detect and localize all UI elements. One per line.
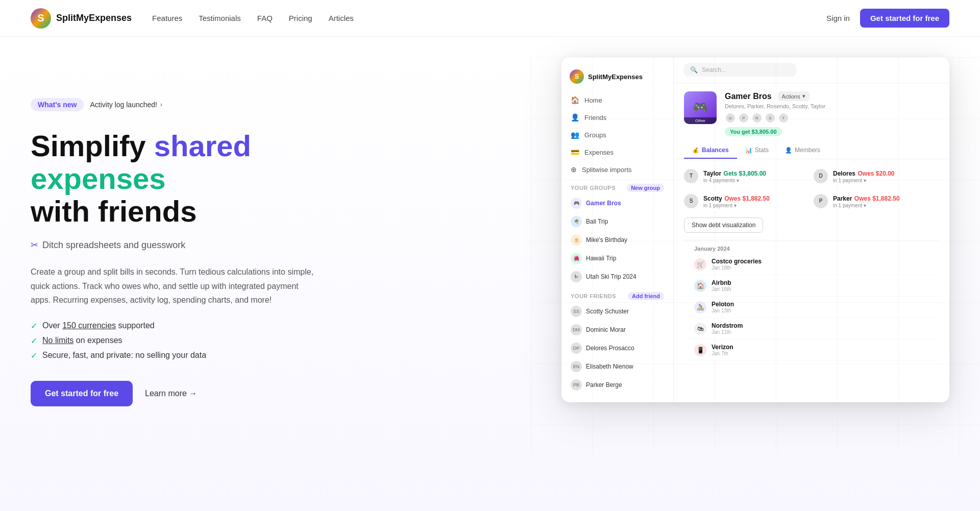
group-avatar-bali: 🌴 <box>571 216 582 227</box>
expense-icon-verizon: 📱 <box>694 344 706 356</box>
member-avatar-1: D <box>725 112 736 124</box>
expense-icon-airbnb: 🏠 <box>694 280 706 292</box>
activity-log-link[interactable]: Activity log launched! › <box>90 101 162 109</box>
signin-link[interactable]: Sign in <box>826 14 850 22</box>
logo-icon: S <box>31 8 51 29</box>
expense-item-nordstrom[interactable]: 🛍 Nordstrom Jan 11th <box>684 318 939 339</box>
logo: S SplitMyExpenses <box>31 8 132 29</box>
search-box[interactable]: 🔍 Search... <box>684 63 796 77</box>
show-debt-visualization-button[interactable]: Show debt visualization <box>684 217 763 233</box>
groups-section-label: Your groups New group <box>561 178 673 194</box>
you-get-badge: You get $3,805.00 <box>725 127 782 136</box>
hero-cta-button[interactable]: Get started for free <box>31 381 133 406</box>
actions-button[interactable]: Actions ▾ <box>778 91 810 101</box>
nav-features[interactable]: Features <box>152 14 182 22</box>
sidebar-item-expenses[interactable]: 💳 Expenses <box>566 144 669 160</box>
balance-info-delores: Delores Owes $20.00 in 1 payment ▾ <box>833 168 939 183</box>
nav-testimonials[interactable]: Testimonials <box>199 14 241 22</box>
search-icon: 🔍 <box>690 66 698 74</box>
logo-text: SplitMyExpenses <box>56 13 132 23</box>
navbar-cta-button[interactable]: Get started for free <box>860 9 949 28</box>
expense-item-costco[interactable]: 🛒 Costco groceries Jan 18th <box>684 254 939 275</box>
learn-more-link[interactable]: Learn more → <box>145 389 197 398</box>
balance-card-scotty: S Scotty Owes $1,882.50 in 1 payment ▾ <box>684 190 810 211</box>
balance-card-parker: P Parker Owes $1,882.50 in 1 payment ▾ <box>814 190 939 211</box>
expense-item-verizon[interactable]: 📱 Verizon Jan 7th <box>684 339 939 361</box>
balance-card-taylor: T Taylor Gets $3,805.00 in 4 payments ▾ <box>684 165 810 186</box>
sidebar-item-groups[interactable]: 👥 Groups <box>566 127 669 143</box>
sidebar-group-bali[interactable]: 🌴 Bali Trip <box>561 212 673 231</box>
expense-info-costco: Costco groceries Jan 18th <box>712 258 929 271</box>
balance-avatar-taylor: T <box>684 169 698 183</box>
member-avatars: D P R S T <box>725 112 939 124</box>
currencies-link[interactable]: 150 currencies <box>62 321 116 330</box>
month-label: January 2024 <box>684 240 939 254</box>
whats-new-row: What's new Activity log launched! › <box>31 98 378 111</box>
expenses-section: January 2024 🛒 Costco groceries Jan 18th… <box>684 240 939 361</box>
feature-currencies: ✓ Over 150 currencies supported <box>31 321 378 331</box>
sidebar-group-birthday[interactable]: 🎂 Mike's Birthday <box>561 231 673 249</box>
sidebar-group-hawaii[interactable]: 🌺 Hawaii Trip <box>561 249 673 267</box>
sidebar-friend-elisabeth[interactable]: EN Elisabeth Nienow <box>561 357 673 376</box>
check-icon-3: ✓ <box>31 351 37 360</box>
sidebar-friend-scotty[interactable]: SS Scotty Schuster <box>561 302 673 321</box>
no-limits-link[interactable]: No limits <box>42 336 74 345</box>
group-info-row: 🎮 Other Gamer Bros Actions ▾ <box>684 91 939 136</box>
member-avatar-3: R <box>751 112 763 124</box>
groups-icon: 👥 <box>571 131 579 139</box>
hero-section: What's new Activity log launched! › Simp… <box>0 37 980 511</box>
group-avatar-hawaii: 🌺 <box>571 253 582 264</box>
expense-item-peloton[interactable]: 🚴 Peloton Jan 13th <box>684 297 939 318</box>
home-icon: 🏠 <box>571 96 579 104</box>
friend-avatar-delores: DP <box>571 343 582 354</box>
other-label: Other <box>684 117 717 124</box>
expense-item-airbnb[interactable]: 🏠 Airbnb Jan 16th <box>684 275 939 297</box>
nav-faq[interactable]: FAQ <box>257 14 273 22</box>
add-friend-button[interactable]: Add friend <box>628 292 664 300</box>
cta-row: Get started for free Learn more → <box>31 381 378 406</box>
group-name-row: Gamer Bros Actions ▾ <box>725 91 939 101</box>
nav-pricing[interactable]: Pricing <box>289 14 312 22</box>
navbar-left: S SplitMyExpenses Features Testimonials … <box>31 8 354 29</box>
group-name: Gamer Bros <box>725 92 772 101</box>
group-avatar-birthday: 🎂 <box>571 234 582 246</box>
group-tabs: 💰 Balances 📊 Stats 👤 Members <box>684 142 939 159</box>
sidebar-logo-icon: S <box>570 69 584 84</box>
sidebar-item-splitwise[interactable]: ⊕ Splitwise imports <box>566 161 669 178</box>
expense-info-peloton: Peloton Jan 13th <box>712 301 929 313</box>
feature-limits: ✓ No limits on expenses <box>31 336 378 346</box>
expense-icon-peloton: 🚴 <box>694 301 706 313</box>
friend-avatar-elisabeth: EN <box>571 361 582 372</box>
sidebar-friend-parker[interactable]: PB Parker Berge <box>561 376 673 394</box>
hero-left: What's new Activity log launched! › Simp… <box>31 67 378 406</box>
balances-grid: T Taylor Gets $3,805.00 in 4 payments ▾ <box>684 165 939 211</box>
headline-expenses: expenses <box>31 162 165 195</box>
balance-info-scotty: Scotty Owes $1,882.50 in 1 payment ▾ <box>703 193 810 208</box>
balance-info-taylor: Taylor Gets $3,805.00 in 4 payments ▾ <box>703 168 810 183</box>
group-header: 🎮 Other Gamer Bros Actions ▾ <box>674 83 949 159</box>
sidebar-friend-dominic[interactable]: DM Dominic Morar <box>561 321 673 339</box>
chevron-right-icon: › <box>160 101 162 108</box>
group-avatar-gamer-bros: 🎮 <box>571 198 582 209</box>
sidebar-item-home[interactable]: 🏠 Home <box>566 92 669 108</box>
tab-stats[interactable]: 📊 Stats <box>737 142 777 159</box>
balances-icon: 💰 <box>692 147 699 154</box>
new-group-button[interactable]: New group <box>627 184 664 192</box>
friends-icon: 👤 <box>571 113 579 121</box>
sidebar-group-gamer-bros[interactable]: 🎮 Gamer Bros <box>561 194 673 212</box>
tab-members[interactable]: 👤 Members <box>777 142 828 159</box>
app-sidebar: S SplitMyExpenses 🏠 Home 👤 Friends 👥 Gro… <box>561 57 674 402</box>
group-photo: 🎮 Other <box>684 91 717 124</box>
nav-articles[interactable]: Articles <box>329 14 354 22</box>
sidebar-friend-delores[interactable]: DP Delores Prosacco <box>561 339 673 357</box>
sidebar-group-utah[interactable]: ⛷ Utah Ski Trip 2024 <box>561 267 673 286</box>
expense-icon-costco: 🛒 <box>694 258 706 271</box>
tab-balances[interactable]: 💰 Balances <box>684 142 737 159</box>
hero-headline: Simplify shared expenseswith friends <box>31 130 378 227</box>
app-topbar: 🔍 Search... <box>674 57 949 83</box>
stats-icon: 📊 <box>745 147 752 154</box>
group-avatar-utah: ⛷ <box>571 271 582 282</box>
group-meta: Gamer Bros Actions ▾ Delores, Parker, Ro… <box>725 91 939 136</box>
sidebar-item-friends[interactable]: 👤 Friends <box>566 109 669 126</box>
expenses-icon: 💳 <box>571 148 579 156</box>
